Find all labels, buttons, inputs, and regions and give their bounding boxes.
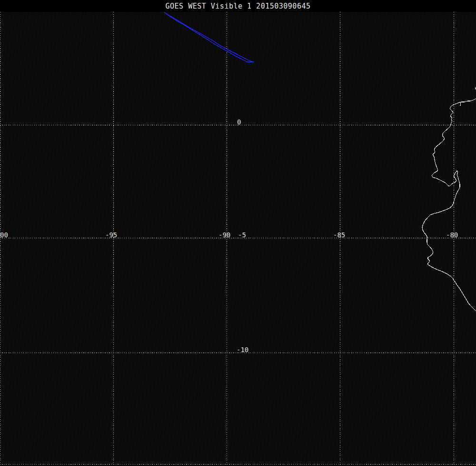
latlon-label: -85 [333, 232, 345, 238]
latlon-label: -80 [446, 232, 458, 238]
latlon-label: -10 [237, 347, 248, 353]
latlon-label: 00 [0, 232, 8, 238]
latlon-label: -90 [218, 232, 230, 238]
grid-labels: 000-95-90-5-85-80-10 [0, 0, 476, 466]
title-bar: GOES WEST Visible 1 201503090645 [0, 0, 476, 12]
image-title: GOES WEST Visible 1 201503090645 [166, 2, 311, 10]
latlon-label: 0 [237, 119, 241, 125]
latlon-label: -95 [105, 232, 117, 238]
latlon-label: -5 [238, 232, 246, 238]
satellite-image-viewer: GOES WEST Visible 1 201503090645 000-95-… [0, 0, 476, 466]
